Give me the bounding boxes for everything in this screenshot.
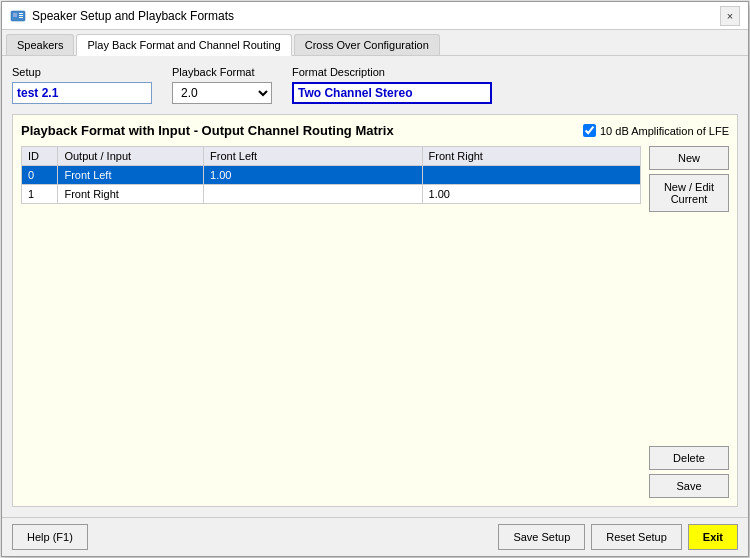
window-icon: [10, 8, 26, 24]
format-desc-input[interactable]: [292, 82, 492, 104]
svg-rect-2: [19, 13, 23, 14]
new-edit-button[interactable]: New / EditCurrent: [649, 174, 729, 212]
playback-format-label: Playback Format: [172, 66, 272, 78]
new-button[interactable]: New: [649, 146, 729, 170]
matrix-content: ID Output / Input Front Left Front Right…: [21, 146, 729, 498]
svg-rect-1: [13, 13, 17, 17]
lfe-checkbox-group: 10 dB Amplification of LFE: [583, 124, 729, 137]
table-area: ID Output / Input Front Left Front Right…: [21, 146, 641, 498]
format-desc-field-group: Format Description: [292, 66, 492, 104]
footer-right: Save Setup Reset Setup Exit: [498, 524, 738, 550]
help-button[interactable]: Help (F1): [12, 524, 88, 550]
lfe-checkbox[interactable]: [583, 124, 596, 137]
save-setup-button[interactable]: Save Setup: [498, 524, 585, 550]
reset-setup-button[interactable]: Reset Setup: [591, 524, 682, 550]
format-desc-label: Format Description: [292, 66, 492, 78]
playback-format-field-group: Playback Format 2.0 1.0 2.1 3.0 4.0 5.1 …: [172, 66, 272, 104]
tab-speakers[interactable]: Speakers: [6, 34, 74, 55]
tab-bar: Speakers Play Back Format and Channel Ro…: [2, 30, 748, 56]
col-header-front-right: Front Right: [422, 147, 640, 166]
table-row[interactable]: 1 Front Right 1.00: [22, 185, 641, 204]
exit-button[interactable]: Exit: [688, 524, 738, 550]
footer-left: Help (F1): [12, 524, 88, 550]
matrix-title: Playback Format with Input - Output Chan…: [21, 123, 394, 138]
row-0-front-right: [422, 166, 640, 185]
delete-button[interactable]: Delete: [649, 446, 729, 470]
col-header-id: ID: [22, 147, 58, 166]
setup-label: Setup: [12, 66, 152, 78]
row-1-front-right: 1.00: [422, 185, 640, 204]
close-button[interactable]: ×: [720, 6, 740, 26]
bottom-buttons: Delete Save: [649, 438, 729, 498]
col-header-front-left: Front Left: [204, 147, 422, 166]
playback-format-select[interactable]: 2.0 1.0 2.1 3.0 4.0 5.1 7.1: [172, 82, 272, 104]
main-content: Setup Playback Format 2.0 1.0 2.1 3.0 4.…: [2, 56, 748, 517]
footer: Help (F1) Save Setup Reset Setup Exit: [2, 517, 748, 556]
row-0-output: Front Left: [58, 166, 204, 185]
tab-playback[interactable]: Play Back Format and Channel Routing: [76, 34, 291, 56]
title-bar-left: Speaker Setup and Playback Formats: [10, 8, 234, 24]
row-1-id: 1: [22, 185, 58, 204]
setup-input[interactable]: [12, 82, 152, 104]
window-title: Speaker Setup and Playback Formats: [32, 9, 234, 23]
table-row[interactable]: 0 Front Left 1.00: [22, 166, 641, 185]
row-0-id: 0: [22, 166, 58, 185]
save-matrix-button[interactable]: Save: [649, 474, 729, 498]
setup-row: Setup Playback Format 2.0 1.0 2.1 3.0 4.…: [12, 66, 738, 104]
row-0-front-left: 1.00: [204, 166, 422, 185]
lfe-label: 10 dB Amplification of LFE: [600, 125, 729, 137]
row-1-output: Front Right: [58, 185, 204, 204]
matrix-header-row: Playback Format with Input - Output Chan…: [21, 123, 729, 138]
row-1-front-left: [204, 185, 422, 204]
title-bar: Speaker Setup and Playback Formats ×: [2, 2, 748, 30]
matrix-section: Playback Format with Input - Output Chan…: [12, 114, 738, 507]
col-header-output: Output / Input: [58, 147, 204, 166]
matrix-buttons-col: New New / EditCurrent Delete Save: [649, 146, 729, 498]
tab-crossover[interactable]: Cross Over Configuration: [294, 34, 440, 55]
routing-matrix-table: ID Output / Input Front Left Front Right…: [21, 146, 641, 204]
setup-field-group: Setup: [12, 66, 152, 104]
svg-rect-3: [19, 15, 23, 16]
main-window: Speaker Setup and Playback Formats × Spe…: [1, 1, 749, 557]
svg-rect-4: [19, 17, 23, 18]
